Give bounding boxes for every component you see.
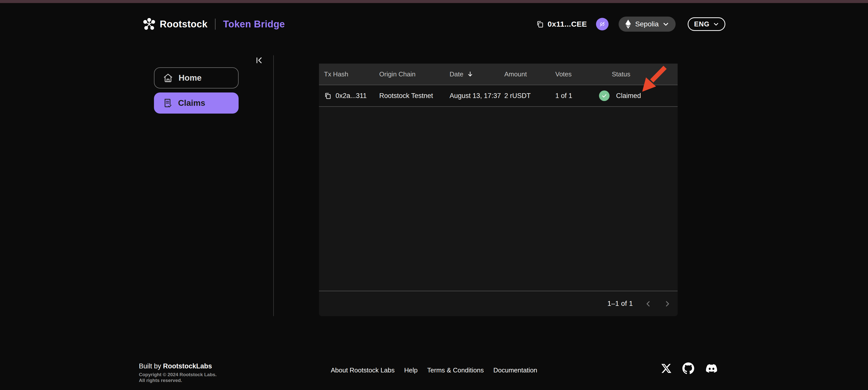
sidebar-collapse-button[interactable]: [255, 56, 264, 65]
product-name: Token Bridge: [223, 19, 285, 30]
network-label: Sepolia: [635, 20, 658, 28]
top-header: Rootstock Token Bridge 0x11...CEE: [143, 12, 725, 36]
sidebar-item-label: Home: [179, 73, 202, 83]
github-icon[interactable]: [682, 362, 694, 374]
column-header-date[interactable]: Date: [450, 70, 504, 78]
check-circle-icon: [599, 90, 610, 101]
table-header-row: Tx Hash Origin Chain Date Amount Votes S…: [319, 64, 678, 85]
date-cell: August 13, 17:37: [450, 92, 504, 100]
footer-links: About Rootstock Labs Help Terms & Condit…: [331, 366, 537, 374]
footer-link-terms[interactable]: Terms & Conditions: [427, 366, 484, 374]
tx-hash-cell: 0x2a...311: [324, 92, 379, 100]
language-selector[interactable]: ENG: [688, 17, 725, 31]
sidebar-divider: [273, 55, 274, 316]
table-pagination: 1–1 of 1: [319, 291, 678, 316]
chevron-down-icon: [662, 21, 669, 27]
collapse-panel-icon: [255, 56, 264, 65]
votes-cell: 1 of 1: [555, 92, 599, 100]
tx-hash-value: 0x2a...311: [336, 92, 367, 100]
copy-icon[interactable]: [536, 20, 544, 28]
ethereum-icon: [625, 19, 631, 29]
chevron-left-icon: [645, 300, 652, 307]
claims-table: Tx Hash Origin Chain Date Amount Votes S…: [319, 64, 678, 316]
footer-credits: Built by RootstockLabs Copyright © 2024 …: [139, 362, 217, 383]
header-actions: 0x11...CEE Sepoli: [536, 17, 725, 32]
x-icon[interactable]: [661, 363, 672, 374]
wallet-address-button[interactable]: 0x11...CEE: [536, 20, 587, 28]
language-label: ENG: [694, 20, 710, 28]
amount-cell: 2 rUSDT: [504, 92, 555, 100]
window-top-strip: [0, 0, 868, 3]
footer-link-help[interactable]: Help: [404, 366, 417, 374]
wallet-address[interactable]: 0x11...CEE: [548, 20, 587, 28]
origin-chain-cell: Rootstock Testnet: [379, 92, 450, 100]
sidebar-item-home[interactable]: Home: [154, 67, 239, 88]
column-header-tx-hash: Tx Hash: [324, 70, 379, 78]
table-row: 0x2a...311 Rootstock Testnet August 13, …: [319, 85, 678, 107]
brand-divider: [215, 19, 216, 30]
pagination-next-button[interactable]: [663, 300, 671, 307]
column-header-origin-chain: Origin Chain: [379, 70, 450, 78]
brand: Rootstock Token Bridge: [143, 18, 285, 30]
copyright-line2: All rights reserved.: [139, 378, 217, 383]
sidebar-item-label: Claims: [178, 98, 205, 108]
status-cell: Claimed: [599, 90, 678, 101]
built-by-text: Built by: [139, 362, 163, 370]
column-header-status: Status: [599, 70, 678, 78]
network-selector[interactable]: Sepolia: [619, 17, 676, 32]
sidebar-nav: Home Claims: [154, 67, 239, 114]
copyright-line1: Copyright © 2024 Rootstock Labs.: [139, 372, 217, 378]
sort-desc-arrow-icon[interactable]: [467, 71, 473, 78]
disconnect-wallet-button[interactable]: [596, 18, 609, 30]
column-header-date-label: Date: [450, 70, 463, 78]
built-by-line: Built by RootstockLabs: [139, 362, 217, 370]
app-root: Rootstock Token Bridge 0x11...CEE: [0, 0, 868, 390]
copyright: Copyright © 2024 Rootstock Labs. All rig…: [139, 372, 217, 383]
home-icon: [163, 73, 173, 83]
column-header-amount: Amount: [504, 70, 555, 78]
chevron-down-icon: [713, 21, 719, 27]
discord-icon[interactable]: [705, 363, 718, 374]
column-header-votes: Votes: [555, 70, 599, 78]
built-by-brand: RootstockLabs: [163, 362, 212, 370]
sidebar-item-claims[interactable]: Claims: [154, 92, 239, 114]
footer-social: [661, 362, 718, 374]
footer-link-about[interactable]: About Rootstock Labs: [331, 366, 395, 374]
broken-link-icon: [598, 20, 606, 28]
copy-icon[interactable]: [324, 92, 332, 99]
pagination-prev-button[interactable]: [645, 300, 652, 307]
status-badge: Claimed: [616, 92, 641, 100]
claims-document-icon: [162, 98, 173, 108]
rootstock-logo-icon: [143, 18, 155, 30]
chevron-right-icon: [663, 300, 671, 307]
footer-link-documentation[interactable]: Documentation: [493, 366, 537, 374]
brand-name: Rootstock: [160, 19, 208, 30]
pagination-range-label: 1–1 of 1: [607, 300, 633, 307]
